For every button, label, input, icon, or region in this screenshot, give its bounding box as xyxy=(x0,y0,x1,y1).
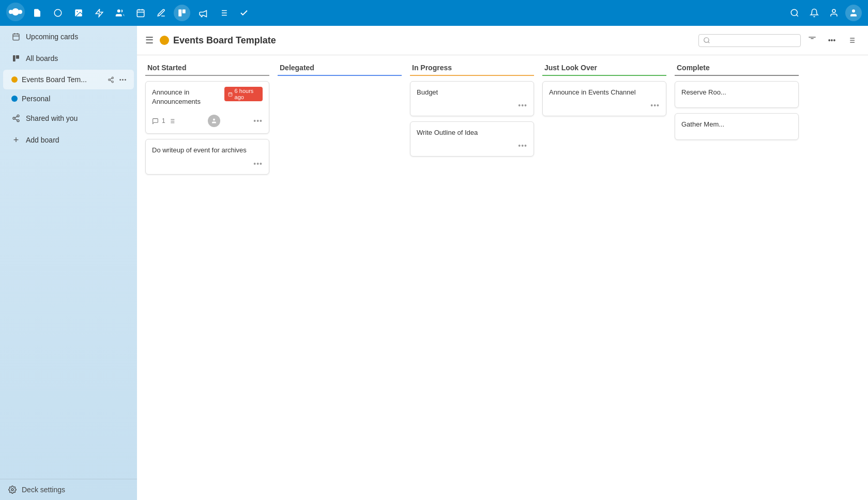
card-reserve-room[interactable]: Reserve Roo... xyxy=(675,81,799,108)
column-complete: Complete Reserve Roo... Gather Mem... xyxy=(675,64,799,140)
sidebar-item-shared[interactable]: Shared with you xyxy=(3,108,134,128)
notes-nav-icon[interactable] xyxy=(153,5,170,21)
svg-rect-13 xyxy=(182,9,186,13)
more-options-button[interactable]: ••• xyxy=(824,32,840,49)
svg-point-23 xyxy=(852,9,855,12)
svg-point-7 xyxy=(117,9,120,12)
column-header-not-started: Not Started xyxy=(145,64,269,76)
column-header-in-progress: In Progress xyxy=(410,64,534,76)
shared-with-you-label: Shared with you xyxy=(26,114,78,122)
svg-point-36 xyxy=(13,117,15,119)
svg-point-3 xyxy=(18,10,22,14)
card-more-button[interactable]: ••• xyxy=(518,101,527,110)
card-gather-members[interactable]: Gather Mem... xyxy=(675,113,799,140)
sidebar-board-personal[interactable]: Personal xyxy=(3,90,134,107)
checklist-icon xyxy=(169,118,175,124)
svg-rect-28 xyxy=(13,55,16,61)
avatar-icon xyxy=(211,118,217,124)
card-more-button[interactable]: ••• xyxy=(650,101,660,110)
sidebar-board-events[interactable]: Events Board Tem... ••• xyxy=(3,70,134,89)
calendar-sidebar-icon xyxy=(11,32,21,41)
checkmark-nav-icon[interactable] xyxy=(236,5,252,21)
activity-nav-icon[interactable] xyxy=(91,5,108,21)
card-more-button[interactable]: ••• xyxy=(518,142,527,150)
menu-toggle-button[interactable]: ☰ xyxy=(145,35,154,46)
column-not-started: Not Started Announce in Announcements 6 … xyxy=(145,64,269,175)
files-nav-icon[interactable] xyxy=(29,5,45,21)
card-footer-actions: ••• xyxy=(549,101,660,110)
card-more-button[interactable]: ••• xyxy=(253,117,263,125)
card-announce-announcements[interactable]: Announce in Announcements 6 hours ago 1 xyxy=(145,81,269,134)
card-title: Budget xyxy=(417,88,527,97)
card-write-outline[interactable]: Write Outline of Idea ••• xyxy=(410,121,534,157)
card-do-writeup[interactable]: Do writeup of event for archives ••• xyxy=(145,139,269,174)
column-just-look-over: Just Look Over Announce in Events Channe… xyxy=(542,64,666,116)
contacts-search-icon[interactable] xyxy=(826,5,842,21)
board-area: ☰ Events Board Template ••• xyxy=(137,26,868,500)
board-header-dot xyxy=(160,36,169,45)
svg-point-20 xyxy=(791,9,797,15)
comment-count: 1 xyxy=(162,117,165,124)
notifications-icon[interactable] xyxy=(806,5,823,21)
add-board-label: Add board xyxy=(26,136,59,144)
search-input[interactable] xyxy=(713,37,796,44)
card-title: Gather Mem... xyxy=(681,120,792,129)
card-title: Do writeup of event for archives xyxy=(152,146,263,155)
board-title: Events Board Template xyxy=(173,35,694,46)
sidebar-item-add-board[interactable]: + Add board xyxy=(3,130,134,150)
top-navigation xyxy=(0,0,868,26)
sidebar-footer: Deck settings xyxy=(0,479,137,500)
board-name-label: Events Board Tem... xyxy=(22,75,101,84)
sidebar: Upcoming cards All boards Events Board T… xyxy=(0,26,137,500)
svg-point-37 xyxy=(17,120,19,122)
nextcloud-logo[interactable] xyxy=(6,3,25,23)
tasks-list-icon[interactable] xyxy=(215,5,232,21)
column-header-delegated: Delegated xyxy=(278,64,402,76)
svg-line-38 xyxy=(15,119,18,120)
sidebar-item-upcoming[interactable]: Upcoming cards xyxy=(3,27,134,46)
announcements-nav-icon[interactable] xyxy=(194,5,211,21)
due-date-badge: 6 hours ago xyxy=(224,87,263,101)
card-budget[interactable]: Budget ••• xyxy=(410,81,534,116)
view-toggle-button[interactable] xyxy=(843,32,860,49)
personal-label: Personal xyxy=(22,95,50,103)
svg-line-39 xyxy=(15,116,18,118)
deck-settings-label: Deck settings xyxy=(22,486,65,494)
column-in-progress: In Progress Budget ••• Write Outline of … xyxy=(410,64,534,157)
card-title: Announce in Announcements xyxy=(152,88,224,106)
deck-nav-icon[interactable] xyxy=(174,5,190,21)
card-meta: 1 xyxy=(152,117,175,124)
sidebar-item-all-boards[interactable]: All boards xyxy=(3,49,134,68)
share-board-button[interactable] xyxy=(105,74,116,85)
svg-point-41 xyxy=(704,38,709,42)
more-board-button[interactable]: ••• xyxy=(117,74,129,85)
svg-rect-24 xyxy=(13,34,19,40)
photos-nav-icon[interactable] xyxy=(70,5,87,21)
calendar-badge-icon xyxy=(228,91,233,97)
svg-point-6 xyxy=(77,11,78,12)
personal-color-dot xyxy=(11,96,18,102)
contacts-nav-icon[interactable] xyxy=(112,5,128,21)
column-header-complete: Complete xyxy=(675,64,799,76)
card-announce-events[interactable]: Announce in Events Channel ••• xyxy=(542,81,666,116)
svg-rect-29 xyxy=(16,55,19,59)
svg-line-34 xyxy=(110,78,112,79)
card-footer-actions: ••• xyxy=(417,142,527,150)
user-avatar[interactable] xyxy=(845,5,862,21)
card-avatar xyxy=(208,115,220,127)
svg-point-1 xyxy=(12,8,19,15)
search-box[interactable] xyxy=(698,34,801,47)
circle-nav-icon[interactable] xyxy=(50,5,66,21)
card-more-button[interactable]: ••• xyxy=(253,160,263,168)
search-nav-icon[interactable] xyxy=(786,5,803,21)
column-header-just-look-over: Just Look Over xyxy=(542,64,666,76)
board-header: ☰ Events Board Template ••• xyxy=(137,26,868,55)
badge-text: 6 hours ago xyxy=(235,88,259,100)
deck-settings-button[interactable]: Deck settings xyxy=(0,479,137,500)
comment-icon xyxy=(152,118,159,124)
calendar-nav-icon[interactable] xyxy=(132,5,149,21)
main-layout: Upcoming cards All boards Events Board T… xyxy=(0,26,868,500)
filter-button[interactable] xyxy=(804,32,820,49)
svg-rect-52 xyxy=(229,92,232,96)
svg-point-22 xyxy=(832,9,835,12)
